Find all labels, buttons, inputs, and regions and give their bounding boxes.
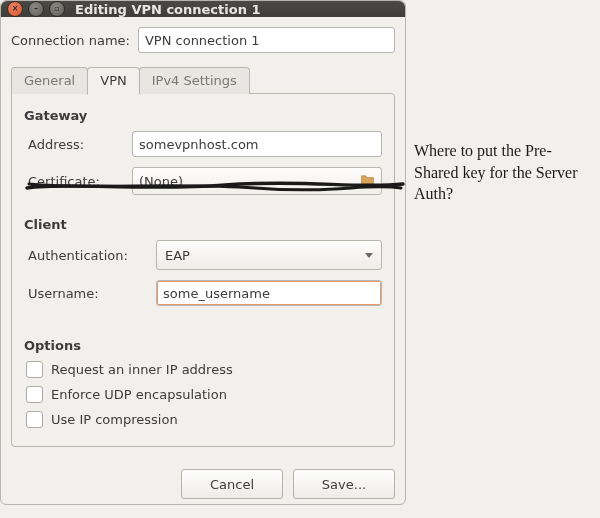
external-annotation: Where to put the Pre-Shared key for the …: [414, 140, 594, 205]
certificate-value: (None): [139, 174, 183, 189]
save-button[interactable]: Save...: [293, 469, 395, 499]
authentication-dropdown[interactable]: EAP: [156, 240, 382, 270]
client-section: Client: [24, 217, 382, 232]
tab-vpn[interactable]: VPN: [87, 67, 139, 95]
address-label: Address:: [24, 137, 132, 152]
minimize-icon[interactable]: –: [28, 1, 44, 17]
connection-name-label: Connection name:: [11, 33, 130, 48]
connection-name-input[interactable]: [138, 27, 395, 53]
certificate-chooser[interactable]: (None): [132, 167, 382, 195]
maximize-icon[interactable]: ▫: [49, 1, 65, 17]
tab-general[interactable]: General: [11, 67, 88, 94]
authentication-value: EAP: [165, 248, 190, 263]
username-label: Username:: [24, 286, 156, 301]
tab-panel-vpn: Gateway Address: Certificate: (None): [11, 93, 395, 447]
request-inner-ip-label: Request an inner IP address: [51, 362, 233, 377]
ip-compression-label: Use IP compression: [51, 412, 178, 427]
options-section: Options: [24, 338, 382, 353]
ip-compression-checkbox[interactable]: [26, 411, 43, 428]
request-inner-ip-checkbox[interactable]: [26, 361, 43, 378]
titlebar: × – ▫ Editing VPN connection 1: [1, 1, 405, 17]
tab-ipv4[interactable]: IPv4 Settings: [139, 67, 250, 94]
gateway-section: Gateway: [24, 108, 382, 123]
cancel-button[interactable]: Cancel: [181, 469, 283, 499]
vpn-edit-window: × – ▫ Editing VPN connection 1 Connectio…: [0, 0, 406, 505]
chevron-down-icon: [365, 253, 373, 258]
address-input[interactable]: [132, 131, 382, 157]
enforce-udp-label: Enforce UDP encapsulation: [51, 387, 227, 402]
window-title: Editing VPN connection 1: [75, 2, 261, 17]
close-icon[interactable]: ×: [7, 1, 23, 17]
username-input[interactable]: [156, 280, 382, 306]
enforce-udp-checkbox[interactable]: [26, 386, 43, 403]
authentication-label: Authentication:: [24, 248, 156, 263]
certificate-label: Certificate:: [24, 174, 132, 189]
open-file-icon: [360, 174, 375, 189]
